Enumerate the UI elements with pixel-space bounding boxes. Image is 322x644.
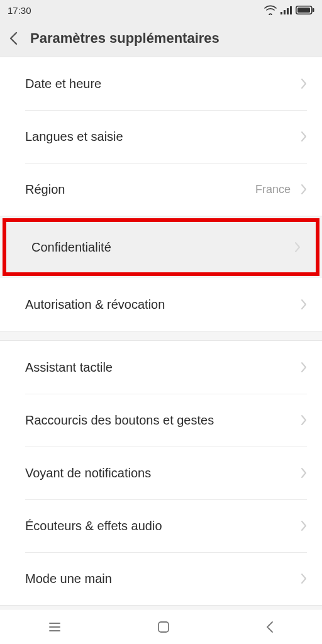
row-privacy[interactable]: Confidentialité	[6, 222, 316, 272]
chevron-right-icon	[301, 414, 307, 426]
back-icon[interactable]	[9, 31, 19, 45]
group-general: Date et heure Langues et saisie Région F…	[0, 57, 322, 216]
row-one-handed-mode[interactable]: Mode une main	[0, 552, 322, 605]
home-icon[interactable]	[157, 620, 170, 634]
recents-icon[interactable]	[47, 621, 62, 633]
chevron-right-icon	[301, 520, 307, 531]
row-label: Région	[25, 182, 255, 197]
wifi-icon	[264, 5, 277, 15]
settings-list: Date et heure Langues et saisie Région F…	[0, 57, 322, 606]
row-label: Confidentialité	[31, 240, 294, 255]
chevron-right-icon	[301, 184, 307, 195]
row-headphones-audio[interactable]: Écouteurs & effets audio	[0, 499, 322, 552]
row-label: Mode une main	[25, 572, 301, 586]
row-label: Assistant tactile	[25, 360, 301, 375]
chevron-right-icon	[301, 573, 307, 584]
svg-rect-6	[313, 8, 314, 12]
row-label: Écouteurs & effets audio	[25, 519, 301, 533]
status-icons	[264, 5, 314, 15]
row-label: Raccourcis des boutons et gestes	[25, 413, 301, 428]
row-authorization[interactable]: Autorisation & révocation	[0, 278, 322, 331]
status-time: 17:30	[8, 5, 31, 16]
svg-rect-5	[297, 8, 310, 13]
row-label: Autorisation & révocation	[25, 297, 301, 312]
row-region[interactable]: Région France	[0, 163, 322, 216]
row-button-shortcuts[interactable]: Raccourcis des boutons et gestes	[0, 394, 322, 447]
row-label: Date et heure	[25, 77, 301, 91]
row-quickball[interactable]: Assistant tactile	[0, 341, 322, 394]
svg-rect-0	[280, 12, 282, 14]
svg-rect-2	[287, 8, 289, 14]
page-title: Paramètres supplémentaires	[30, 30, 219, 47]
row-label: Voyant de notifications	[25, 466, 301, 480]
svg-rect-10	[158, 622, 169, 632]
highlight-annotation: Confidentialité	[0, 216, 322, 278]
chevron-right-icon	[294, 242, 301, 253]
row-languages-input[interactable]: Langues et saisie	[0, 110, 322, 163]
chevron-right-icon	[301, 467, 307, 479]
svg-rect-1	[284, 10, 286, 14]
row-value: France	[255, 183, 291, 196]
group-input-assist: Assistant tactile Raccourcis des boutons…	[0, 340, 322, 606]
svg-rect-3	[290, 6, 292, 14]
row-notification-light[interactable]: Voyant de notifications	[0, 447, 322, 499]
chevron-right-icon	[301, 131, 307, 142]
battery-icon	[296, 6, 314, 14]
signal-icon	[280, 6, 292, 14]
chevron-right-icon	[301, 299, 307, 310]
status-bar: 17:30	[0, 0, 322, 20]
header: Paramètres supplémentaires	[0, 20, 322, 57]
chevron-right-icon	[301, 78, 307, 89]
back-nav-icon[interactable]	[265, 620, 275, 634]
row-date-time[interactable]: Date et heure	[0, 57, 322, 110]
chevron-right-icon	[301, 362, 307, 373]
group-privacy-lower: Autorisation & révocation	[0, 278, 322, 331]
navigation-bar	[0, 609, 322, 644]
row-label: Langues et saisie	[25, 130, 301, 144]
